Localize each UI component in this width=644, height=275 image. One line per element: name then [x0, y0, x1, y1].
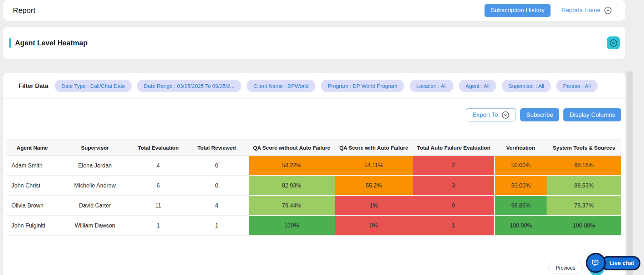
total-reviewed-cell: 4	[185, 196, 249, 216]
heatmap-cell: 54.11%	[335, 156, 413, 176]
heatmap-cell: 88.53%	[547, 176, 621, 196]
column-header: Agent Name	[6, 140, 58, 156]
heatmap-cell: 50.00%	[495, 156, 547, 176]
reports-home-button[interactable]: Reports Home	[555, 4, 618, 17]
heatmap-cell: 98.85%	[495, 196, 547, 216]
collapse-section-button[interactable]	[607, 36, 620, 49]
live-chat-widget[interactable]: Live chat	[586, 252, 629, 274]
filter-chip-agent[interactable]: Agent : All	[459, 80, 497, 92]
filter-chip-date-range[interactable]: Date Range : 03/25/2025 To 09/25/2...	[137, 80, 241, 92]
report-body-card: Filter Data Date Type : Call/Chat DateDa…	[3, 73, 625, 275]
heatmap-cell: 79.44%	[249, 196, 335, 216]
filter-chip-partner[interactable]: Partner : All	[556, 80, 598, 92]
filter-bar: Filter Data Date Type : Call/Chat DateDa…	[3, 73, 625, 99]
filter-chip-program[interactable]: Program : DP World Program	[321, 80, 404, 92]
column-header: QA Score with Auto Failure	[335, 140, 413, 156]
heatmap-cell: 58.22%	[249, 156, 335, 176]
heatmap-cell: 55.2%	[335, 176, 413, 196]
supervisor-cell: Michelle Andrew	[58, 176, 132, 196]
table-row: Adam SmithElena Jordan4058.22%54.11%250.…	[6, 156, 621, 176]
report-section-header: Agent Level Heatmap	[3, 27, 625, 59]
agent-name-cell: John Christ	[6, 176, 58, 196]
column-header: QA Score without Auto Failure	[249, 140, 335, 156]
total-reviewed-cell: 1	[185, 216, 249, 236]
live-chat-label[interactable]: Live chat	[601, 256, 640, 270]
table-header-row: Agent NameSupervisorTotal EvaluationTota…	[6, 140, 621, 156]
filter-chip-location[interactable]: Location : All	[410, 80, 453, 92]
filter-data-label: Filter Data	[19, 82, 48, 90]
top-actions: Subscription History Reports Home	[485, 4, 618, 17]
top-bar: Report Subscription History Reports Home	[3, 0, 625, 21]
total-evaluation-cell: 11	[132, 196, 184, 216]
page-title: Report	[13, 6, 35, 15]
table-toolbar: Export To Subscribe Display Columns	[3, 99, 625, 121]
chat-bubble-icon[interactable]	[586, 253, 606, 273]
subscription-history-button[interactable]: Subscription History	[485, 4, 551, 17]
filter-chip-date-type[interactable]: Date Type : Call/Chat Date	[55, 80, 132, 92]
heatmap-cell: 3	[413, 176, 495, 196]
filter-chip-client-name[interactable]: Client Name : DPWorld	[247, 80, 315, 92]
column-header: System Tools & Sources	[547, 140, 621, 156]
heatmap-cell: 1	[413, 216, 495, 236]
filter-chips: Date Type : Call/Chat DateDate Range : 0…	[55, 80, 598, 92]
chat-bubble-glyph	[591, 258, 601, 268]
agent-name-cell: Olivia Brown	[6, 196, 58, 216]
export-to-label: Export To	[472, 111, 498, 119]
heatmap-cell: 75.37%	[547, 196, 621, 216]
reports-home-label: Reports Home	[561, 7, 600, 14]
supervisor-cell: David Carter	[58, 196, 132, 216]
agent-name-cell: Adam Smith	[6, 156, 58, 176]
subscribe-label: Subscribe	[526, 111, 553, 119]
heatmap-cell: 100.00%	[495, 216, 547, 236]
section-title-wrap: Agent Level Heatmap	[9, 38, 87, 48]
subscribe-button[interactable]: Subscribe	[520, 108, 559, 121]
agent-heatmap-table: Agent NameSupervisorTotal EvaluationTota…	[6, 139, 621, 236]
table-body: Adam SmithElena Jordan4058.22%54.11%250.…	[6, 156, 621, 236]
heatmap-table-wrap: Agent NameSupervisorTotal EvaluationTota…	[6, 139, 621, 236]
supervisor-cell: Elena Jordan	[58, 156, 132, 176]
column-header: Verification	[495, 140, 547, 156]
export-to-button[interactable]: Export To	[466, 108, 516, 121]
column-header: Total Evaluation	[132, 140, 184, 156]
total-evaluation-cell: 1	[132, 216, 184, 236]
chevron-down-icon	[609, 39, 618, 47]
accent-bar	[9, 38, 11, 48]
column-header: Total Reviewed	[185, 140, 249, 156]
vertical-scrollbar[interactable]	[627, 71, 633, 275]
column-header: Total Auto Failure Evaluation	[413, 140, 495, 156]
filter-chip-supervisor[interactable]: Supervisor : All	[502, 80, 551, 92]
subscription-history-label: Subscription History	[491, 7, 544, 14]
agent-name-cell: John Fulginiti	[6, 216, 58, 236]
total-evaluation-cell: 4	[132, 156, 184, 176]
heatmap-cell: 9	[413, 196, 495, 216]
total-evaluation-cell: 6	[132, 176, 184, 196]
table-row: Olivia BrownDavid Carter11479.44%1%998.8…	[6, 196, 621, 216]
table-row: John FulginitiWilliam Dawson11100%0%1100…	[6, 216, 621, 236]
heatmap-cell: 82.93%	[249, 176, 335, 196]
heatmap-cell: 50.00%	[495, 176, 547, 196]
section-title: Agent Level Heatmap	[15, 39, 87, 47]
display-columns-label: Display Columns	[569, 111, 615, 119]
heatmap-cell: 2	[413, 156, 495, 176]
supervisor-cell: William Dawson	[58, 216, 132, 236]
total-reviewed-cell: 0	[185, 176, 249, 196]
heatmap-cell: 100%	[249, 216, 335, 236]
column-header: Supervisor	[58, 140, 132, 156]
display-columns-button[interactable]: Display Columns	[563, 108, 621, 121]
chevron-down-icon	[502, 111, 509, 119]
total-reviewed-cell: 0	[185, 156, 249, 176]
heatmap-cell: 0%	[335, 216, 413, 236]
heatmap-cell: 1%	[335, 196, 413, 216]
heatmap-cell: 100.00%	[547, 216, 621, 236]
heatmap-cell: 68.18%	[547, 156, 621, 176]
chevron-down-icon	[604, 6, 612, 14]
previous-page-button[interactable]: Previous	[548, 262, 583, 274]
table-row: John ChristMichelle Andrew6082.93%55.2%3…	[6, 176, 621, 196]
